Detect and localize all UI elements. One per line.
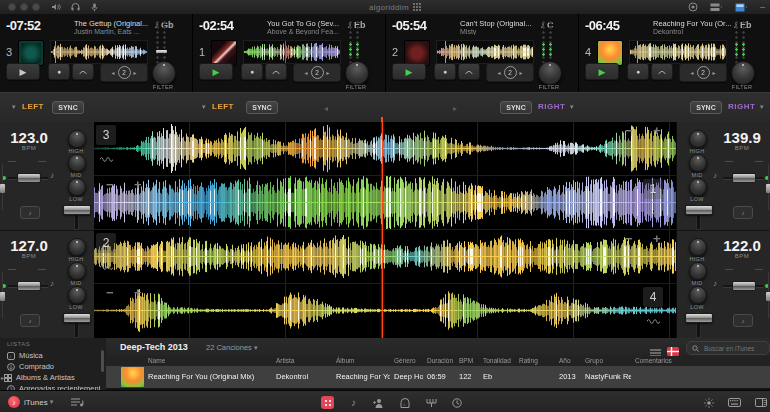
eq-mid-knob[interactable] xyxy=(68,262,86,280)
loop-length[interactable]: 2 xyxy=(504,66,517,79)
tempo-slider-handle[interactable] xyxy=(17,281,41,291)
tempo-slider-handle[interactable] xyxy=(732,281,756,291)
loop-double-icon[interactable]: ▸ xyxy=(710,69,719,76)
track-row-selected[interactable]: Reaching For You (Original Mix) Dekontro… xyxy=(106,366,770,388)
deck-track-overview-waveform[interactable] xyxy=(629,40,727,64)
loop-length[interactable]: 2 xyxy=(697,66,710,79)
volume-fader-handle[interactable] xyxy=(685,205,713,215)
channel-edge-fader[interactable] xyxy=(766,164,770,210)
column-header[interactable]: Grupo xyxy=(581,356,631,366)
loop-halve-icon[interactable]: ◂ xyxy=(301,69,310,76)
zoom-out-button[interactable]: − xyxy=(625,123,633,138)
volume-fader-handle[interactable] xyxy=(63,205,91,215)
record-icon[interactable] xyxy=(687,1,700,14)
playlist-track-count[interactable]: 22 Canciones ▾ xyxy=(206,343,257,352)
eq-low-knob[interactable] xyxy=(68,286,86,304)
column-header[interactable]: Rating xyxy=(515,356,555,366)
waveform-display-area[interactable]: 3 − + − + 1 2 − + − + xyxy=(94,122,676,338)
keylock-toggle[interactable]: ♪ xyxy=(733,206,753,219)
zoom-out-button[interactable]: − xyxy=(625,231,633,246)
filter-knob[interactable] xyxy=(152,61,176,85)
column-header[interactable]: Comentarios xyxy=(631,356,770,366)
jukebox-icon[interactable]: ♪ xyxy=(398,396,411,409)
window-zoom-button[interactable] xyxy=(32,3,40,11)
crossfader-left-arrow-icon[interactable]: ◂ xyxy=(324,104,328,113)
waveform-mode-icon[interactable] xyxy=(647,204,660,222)
volume-fader-handle[interactable] xyxy=(685,313,713,323)
keylock-toggle[interactable]: ♪ xyxy=(20,314,40,327)
chevron-down-icon[interactable]: ▾ xyxy=(50,398,54,406)
search-input[interactable] xyxy=(702,344,768,353)
history-clock-icon[interactable] xyxy=(450,396,463,409)
sidebar-item-comprado[interactable]: Comprado xyxy=(0,361,100,372)
loop-length[interactable]: 2 xyxy=(118,66,131,79)
eq-high-knob[interactable] xyxy=(68,130,86,148)
loop-halve-icon[interactable]: ◂ xyxy=(494,69,503,76)
queue-icon[interactable] xyxy=(71,396,84,409)
deck-assign-right-1[interactable]: RIGHT xyxy=(538,102,565,111)
zoom-out-button[interactable]: − xyxy=(106,285,114,300)
eq-mid-knob[interactable] xyxy=(689,154,707,172)
chevron-down-icon[interactable]: ▾ xyxy=(760,103,764,111)
brightness-icon[interactable] xyxy=(702,396,715,409)
loop-control[interactable]: ◂ 2 ▸ xyxy=(679,63,727,82)
loop-double-icon[interactable]: ▸ xyxy=(131,69,140,76)
chevron-down-icon[interactable]: ▾ xyxy=(202,103,206,111)
tempo-slider-handle[interactable] xyxy=(17,173,41,183)
column-header[interactable]: Álbum xyxy=(332,356,390,366)
sync-button-4[interactable]: SYNC xyxy=(690,101,722,114)
deck-assign-left-1[interactable]: LEFT xyxy=(22,102,44,111)
search-box[interactable] xyxy=(686,341,770,355)
eq-high-knob[interactable] xyxy=(689,130,707,148)
pitch-bend-button[interactable] xyxy=(72,63,94,80)
eq-low-knob[interactable] xyxy=(689,286,707,304)
deck-track-overview-waveform[interactable] xyxy=(243,40,341,64)
cue-button[interactable]: ● xyxy=(48,63,70,80)
info-panel-icon[interactable] xyxy=(754,396,767,409)
filter-knob[interactable] xyxy=(538,61,562,85)
loop-length[interactable]: 2 xyxy=(311,66,324,79)
headphones-icon[interactable] xyxy=(69,1,82,14)
library-source-label[interactable]: iTunes xyxy=(24,398,48,407)
songs-view-icon[interactable]: ♪ xyxy=(347,396,360,409)
deck-assign-left-2[interactable]: LEFT xyxy=(212,102,234,111)
eq-mid-knob[interactable] xyxy=(689,262,707,280)
zoom-in-button[interactable]: + xyxy=(653,123,661,138)
chevron-down-icon[interactable]: ▾ xyxy=(570,103,574,111)
eq-high-knob[interactable] xyxy=(689,238,707,256)
waveform-mode-icon[interactable] xyxy=(100,150,113,168)
sync-button-1[interactable]: SYNC xyxy=(52,101,84,114)
loop-control[interactable]: ◂ 2 ▸ xyxy=(486,63,534,82)
column-header[interactable]: Tonalidad xyxy=(479,356,515,366)
pitch-bend-button[interactable] xyxy=(651,63,673,80)
play-button[interactable]: ▶ xyxy=(392,63,426,80)
play-button[interactable]: ▶ xyxy=(585,63,619,80)
waveform-row-deck-2[interactable]: 2 − + xyxy=(94,230,676,284)
deck-track-overview-waveform[interactable] xyxy=(436,40,534,64)
sync-button-3[interactable]: SYNC xyxy=(500,101,532,114)
keylock-toggle[interactable]: ♪ xyxy=(733,314,753,327)
library-albums-view-button[interactable] xyxy=(321,396,334,409)
pitch-bend-button[interactable] xyxy=(458,63,480,80)
eq-low-knob[interactable] xyxy=(68,178,86,196)
sidebar-scrollbar[interactable] xyxy=(101,350,104,372)
speaker-icon[interactable] xyxy=(50,1,63,14)
waveform-row-deck-4[interactable]: − + 4 xyxy=(94,284,676,337)
eq-low-knob[interactable] xyxy=(689,178,707,196)
eq-mid-knob[interactable] xyxy=(68,154,86,172)
microphone-icon[interactable] xyxy=(88,1,101,14)
play-button[interactable]: ▶ xyxy=(199,63,233,80)
view-layout-menu-icon[interactable] xyxy=(735,1,748,14)
cue-button[interactable]: ● xyxy=(241,63,263,80)
waveform-mode-icon[interactable] xyxy=(647,312,660,330)
waveform-row-deck-1[interactable]: − + 1 xyxy=(94,176,676,230)
loop-control[interactable]: ◂ 2 ▸ xyxy=(100,63,148,82)
loop-double-icon[interactable]: ▸ xyxy=(517,69,526,76)
sync-button-2[interactable]: SYNC xyxy=(246,101,278,114)
artists-view-icon[interactable] xyxy=(372,396,385,409)
channel-edge-fader[interactable] xyxy=(0,164,5,210)
keyboard-icon[interactable] xyxy=(728,396,741,409)
tempo-slider-handle[interactable] xyxy=(732,173,756,183)
play-button[interactable]: ▶ xyxy=(6,63,40,80)
loop-halve-icon[interactable]: ◂ xyxy=(108,69,117,76)
